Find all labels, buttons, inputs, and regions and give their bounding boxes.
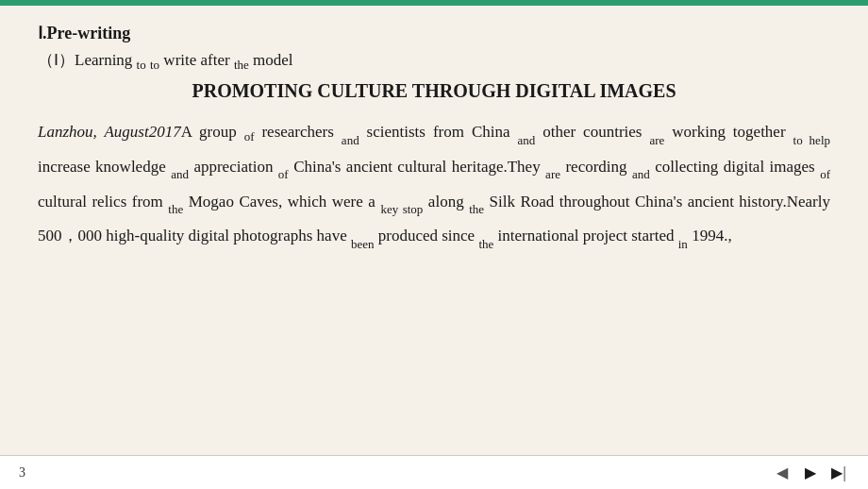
next-button[interactable]: ▶| (828, 463, 849, 483)
prev-button[interactable]: ◀ (772, 463, 793, 483)
subheading-prefix: （Ⅰ）Learning (38, 51, 132, 69)
nav-buttons: ◀ ▶ ▶| (772, 463, 849, 483)
body-text: A group of researchers and scientists fr… (38, 123, 830, 244)
article-title: PROMOTING CULTURE THROUGH DIGITAL IMAGES (38, 80, 830, 102)
subheading-small1-text: to (150, 58, 159, 72)
subheading-small2: the (234, 58, 249, 72)
subheading-small1: to (137, 58, 146, 72)
page-number: 3 (19, 465, 25, 481)
section-subheading: （Ⅰ）Learning to to write after the model (38, 49, 830, 73)
subheading-suffix: model (253, 51, 293, 69)
place-italic: Lanzhou, August2017 (38, 123, 181, 141)
play-button[interactable]: ▶ (800, 463, 821, 483)
bottom-bar: 3 ◀ ▶ ▶| (0, 455, 868, 489)
section-heading: Ⅰ.Pre-writing (38, 23, 830, 43)
article-body: Lanzhou, August2017A group of researcher… (38, 115, 830, 254)
subheading-middle: write after (163, 51, 229, 69)
